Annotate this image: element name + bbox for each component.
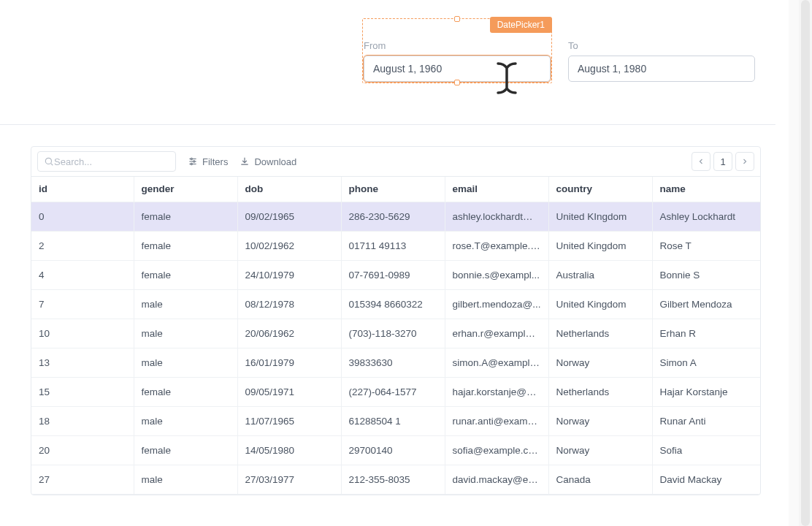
cell-name[interactable]: Rose T: [652, 231, 761, 260]
cell-country[interactable]: Netherlands: [548, 319, 652, 348]
cell-phone[interactable]: (227)-064-1577: [341, 377, 445, 406]
table-row[interactable]: 0female09/02/1965286-230-5629ashley.lock…: [31, 202, 761, 231]
cell-name[interactable]: Erhan R: [652, 319, 761, 348]
cell-email[interactable]: david.mackay@ex...: [445, 465, 548, 494]
cell-email[interactable]: gilbert.mendoza@...: [445, 289, 548, 319]
col-phone[interactable]: phone: [341, 177, 445, 202]
cell-email[interactable]: ashley.lockhardt@...: [445, 202, 548, 231]
cell-dob[interactable]: 14/05/1980: [237, 435, 341, 465]
col-email[interactable]: email: [445, 177, 548, 202]
table-row[interactable]: 15female09/05/1971(227)-064-1577hajar.ko…: [31, 377, 761, 406]
cell-country[interactable]: Australia: [548, 260, 652, 289]
table-row[interactable]: 7male08/12/1978015394 8660322gilbert.men…: [31, 289, 761, 319]
cell-id[interactable]: 2: [31, 231, 134, 260]
cell-phone[interactable]: 29700140: [341, 435, 445, 465]
cell-name[interactable]: Bonnie S: [652, 260, 761, 289]
cell-email[interactable]: bonnie.s@exampl...: [445, 260, 548, 289]
table-row[interactable]: 10male20/06/1962(703)-118-3270erhan.r@ex…: [31, 319, 761, 348]
page-next-button[interactable]: [735, 152, 754, 171]
cell-gender[interactable]: male: [134, 289, 237, 319]
cell-country[interactable]: Norway: [548, 435, 652, 465]
cell-gender[interactable]: female: [134, 260, 237, 289]
col-name[interactable]: name: [652, 177, 761, 202]
cell-dob[interactable]: 08/12/1978: [237, 289, 341, 319]
cell-gender[interactable]: female: [134, 377, 237, 406]
cell-name[interactable]: Sofia: [652, 435, 761, 465]
cell-gender[interactable]: male: [134, 406, 237, 435]
table-row[interactable]: 27male27/03/1977212-355-8035david.mackay…: [31, 465, 761, 494]
cell-country[interactable]: Canada: [548, 465, 652, 494]
cell-dob[interactable]: 09/05/1971: [237, 377, 341, 406]
cell-id[interactable]: 27: [31, 465, 134, 494]
page-number[interactable]: 1: [713, 152, 732, 171]
search-box[interactable]: [37, 151, 176, 172]
from-date-input[interactable]: [364, 56, 551, 82]
cell-phone[interactable]: 07-7691-0989: [341, 260, 445, 289]
cell-id[interactable]: 7: [31, 289, 134, 319]
cell-id[interactable]: 10: [31, 319, 134, 348]
cell-country[interactable]: Norway: [548, 406, 652, 435]
cell-dob[interactable]: 16/01/1979: [237, 348, 341, 377]
cell-email[interactable]: sofia@example.com: [445, 435, 548, 465]
search-input[interactable]: [54, 156, 169, 167]
cell-name[interactable]: Runar Anti: [652, 406, 761, 435]
cell-name[interactable]: Gilbert Mendoza: [652, 289, 761, 319]
cell-gender[interactable]: female: [134, 231, 237, 260]
cell-phone[interactable]: 286-230-5629: [341, 202, 445, 231]
cell-dob[interactable]: 10/02/1962: [237, 231, 341, 260]
col-id[interactable]: id: [31, 177, 134, 202]
cell-country[interactable]: United Kingdom: [548, 231, 652, 260]
cell-gender[interactable]: male: [134, 348, 237, 377]
cell-phone[interactable]: 61288504 1: [341, 406, 445, 435]
cell-email[interactable]: simon.A@example...: [445, 348, 548, 377]
cell-country[interactable]: United KIngdom: [548, 202, 652, 231]
scrollbar-thumb[interactable]: [801, 0, 810, 526]
col-dob[interactable]: dob: [237, 177, 341, 202]
table-row[interactable]: 2female10/02/196201711 49113rose.T@examp…: [31, 231, 761, 260]
cell-email[interactable]: runar.anti@exampl...: [445, 406, 548, 435]
cell-id[interactable]: 0: [31, 202, 134, 231]
to-date-input[interactable]: [568, 56, 755, 82]
table-row[interactable]: 13male16/01/197939833630simon.A@example.…: [31, 348, 761, 377]
datepicker-to[interactable]: To: [568, 40, 755, 82]
cell-name[interactable]: David Mackay: [652, 465, 761, 494]
cell-gender[interactable]: male: [134, 465, 237, 494]
table-row[interactable]: 18male11/07/196561288504 1runar.anti@exa…: [31, 406, 761, 435]
cell-dob[interactable]: 11/07/1965: [237, 406, 341, 435]
cell-dob[interactable]: 24/10/1979: [237, 260, 341, 289]
filters-button[interactable]: Filters: [188, 156, 228, 167]
cell-id[interactable]: 4: [31, 260, 134, 289]
vertical-scrollbar[interactable]: [799, 0, 812, 526]
cell-id[interactable]: 15: [31, 377, 134, 406]
resize-handle-top[interactable]: [454, 16, 460, 22]
cell-gender[interactable]: female: [134, 202, 237, 231]
table-row[interactable]: 4female24/10/197907-7691-0989bonnie.s@ex…: [31, 260, 761, 289]
cell-phone[interactable]: (703)-118-3270: [341, 319, 445, 348]
cell-country[interactable]: Netherlands: [548, 377, 652, 406]
cell-email[interactable]: hajar.korstanje@ex...: [445, 377, 548, 406]
datepicker-from[interactable]: DatePicker1 From: [364, 40, 551, 82]
col-gender[interactable]: gender: [134, 177, 237, 202]
cell-name[interactable]: Ashley Lockhardt: [652, 202, 761, 231]
cell-country[interactable]: Norway: [548, 348, 652, 377]
cell-phone[interactable]: 015394 8660322: [341, 289, 445, 319]
col-country[interactable]: country: [548, 177, 652, 202]
cell-gender[interactable]: male: [134, 319, 237, 348]
cell-name[interactable]: Hajar Korstanje: [652, 377, 761, 406]
cell-id[interactable]: 20: [31, 435, 134, 465]
cell-dob[interactable]: 20/06/1962: [237, 319, 341, 348]
cell-id[interactable]: 18: [31, 406, 134, 435]
cell-id[interactable]: 13: [31, 348, 134, 377]
cell-name[interactable]: Simon A: [652, 348, 761, 377]
cell-email[interactable]: rose.T@example.c...: [445, 231, 548, 260]
cell-phone[interactable]: 212-355-8035: [341, 465, 445, 494]
cell-country[interactable]: United Kingdom: [548, 289, 652, 319]
cell-dob[interactable]: 27/03/1977: [237, 465, 341, 494]
cell-phone[interactable]: 01711 49113: [341, 231, 445, 260]
download-button[interactable]: Download: [240, 156, 296, 167]
page-prev-button[interactable]: [692, 152, 710, 171]
cell-email[interactable]: erhan.r@example....: [445, 319, 548, 348]
cell-phone[interactable]: 39833630: [341, 348, 445, 377]
cell-gender[interactable]: female: [134, 435, 237, 465]
cell-dob[interactable]: 09/02/1965: [237, 202, 341, 231]
